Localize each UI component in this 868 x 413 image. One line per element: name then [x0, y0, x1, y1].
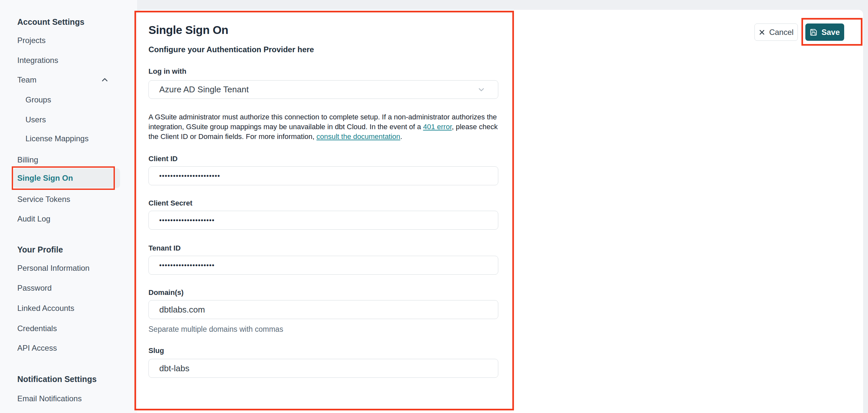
- cancel-button-label: Cancel: [769, 28, 794, 37]
- sidebar-item-projects[interactable]: Projects: [17, 31, 46, 50]
- sidebar-item-single-sign-on-label: Single Sign On: [17, 173, 73, 183]
- domains-helper-text: Separate multiple domains with commas: [149, 325, 283, 334]
- notice-text-3: .: [400, 132, 402, 140]
- sidebar-item-api-access[interactable]: API Access: [17, 338, 57, 358]
- client-id-label: Client ID: [149, 155, 178, 163]
- sidebar-section-notification-settings: Notification Settings: [17, 369, 97, 389]
- sidebar-item-service-tokens[interactable]: Service Tokens: [17, 190, 70, 209]
- settings-sidebar: Account Settings Projects Integrations T…: [0, 0, 137, 413]
- sidebar-item-groups[interactable]: Groups: [26, 90, 51, 109]
- sidebar-item-linked-accounts[interactable]: Linked Accounts: [17, 298, 74, 318]
- tenant-id-label: Tenant ID: [149, 244, 181, 253]
- client-secret-input[interactable]: [149, 211, 498, 230]
- client-secret-label: Client Secret: [149, 199, 192, 208]
- app-root: Account Settings Projects Integrations T…: [0, 0, 868, 413]
- chevron-down-icon: [477, 86, 486, 94]
- domains-input[interactable]: [149, 300, 498, 319]
- slug-label: Slug: [149, 346, 164, 355]
- link-consult-documentation[interactable]: consult the documentation: [316, 132, 400, 140]
- login-with-label: Log in with: [149, 67, 186, 76]
- sidebar-section-account-settings: Account Settings: [17, 12, 85, 32]
- chevron-up-icon[interactable]: [101, 76, 108, 84]
- save-button[interactable]: Save: [805, 24, 844, 41]
- page-title: Single Sign On: [149, 24, 228, 36]
- client-id-input[interactable]: [149, 166, 498, 185]
- link-401-error[interactable]: 401 error: [423, 123, 452, 131]
- sidebar-item-users[interactable]: Users: [26, 110, 46, 129]
- save-button-label: Save: [822, 28, 840, 37]
- login-with-selected-value: Azure AD Single Tenant: [159, 85, 249, 95]
- sidebar-item-billing[interactable]: Billing: [17, 150, 38, 170]
- page-subtitle: Configure your Authentication Provider h…: [149, 45, 314, 54]
- cancel-button[interactable]: Cancel: [754, 24, 798, 41]
- sidebar-item-credentials[interactable]: Credentials: [17, 319, 57, 338]
- slug-input[interactable]: [149, 359, 498, 378]
- close-icon: [759, 29, 765, 36]
- sidebar-item-license-mappings[interactable]: License Mappings: [26, 129, 88, 149]
- tenant-id-input[interactable]: [149, 256, 498, 275]
- save-icon: [810, 28, 817, 36]
- login-with-select[interactable]: Azure AD Single Tenant: [149, 80, 498, 99]
- sidebar-item-email-notifications[interactable]: Email Notifications: [17, 389, 82, 408]
- gsuite-notice: A GSuite administrator must authorize th…: [149, 112, 506, 141]
- sidebar-section-your-profile: Your Profile: [17, 240, 63, 259]
- sidebar-item-personal-information[interactable]: Personal Information: [17, 258, 89, 278]
- sidebar-item-team-label: Team: [17, 75, 36, 85]
- sidebar-item-password[interactable]: Password: [17, 278, 52, 298]
- sidebar-item-team[interactable]: Team: [17, 70, 108, 90]
- sidebar-item-integrations[interactable]: Integrations: [17, 51, 58, 70]
- sidebar-item-single-sign-on[interactable]: Single Sign On: [13, 168, 120, 188]
- sidebar-item-audit-log[interactable]: Audit Log: [17, 209, 50, 229]
- domains-label: Domain(s): [149, 288, 184, 297]
